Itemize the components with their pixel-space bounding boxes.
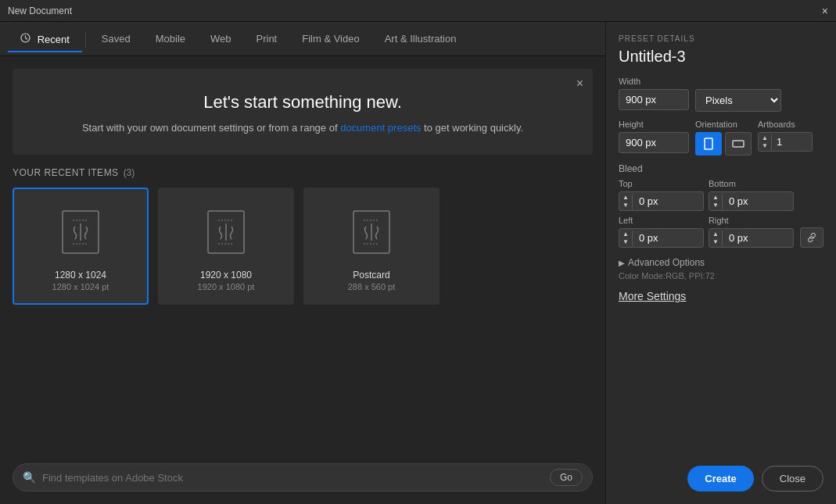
bleed-right-increment[interactable]: ▲	[709, 231, 722, 238]
footer-buttons: Create Close	[619, 466, 823, 491]
height-input[interactable]	[619, 132, 689, 153]
width-input[interactable]	[619, 89, 689, 110]
close-dialog-button[interactable]: Close	[762, 466, 823, 491]
bleed-top-increment[interactable]: ▲	[619, 194, 632, 202]
tab-art-label: Art & Illustration	[385, 33, 457, 45]
bleed-top-decrement[interactable]: ▼	[619, 202, 632, 209]
portrait-button[interactable]	[695, 132, 722, 155]
unit-label-spacer	[695, 77, 823, 86]
recent-count: (3)	[124, 167, 135, 178]
bleed-left-wrap: ▲ ▼ 0 px	[619, 228, 704, 248]
tab-recent-label: Recent	[38, 34, 70, 45]
bleed-bottom-decrement[interactable]: ▼	[709, 202, 722, 209]
recent-item-1-thumb	[195, 201, 257, 263]
orientation-label: Orientation	[695, 120, 752, 129]
tab-mobile-label: Mobile	[156, 33, 185, 45]
recent-item-1-name: 1920 x 1080	[200, 270, 252, 281]
bleed-bottom-increment[interactable]: ▲	[709, 194, 722, 202]
recent-item-0-size: 1280 x 1024 pt	[52, 282, 109, 291]
recent-section-title: YOUR RECENT ITEMS	[13, 167, 119, 178]
recent-items-list: 1280 x 1024 1280 x 1024 pt	[13, 188, 593, 305]
search-bar: 🔍 Go	[13, 463, 593, 491]
tab-separator	[85, 31, 86, 47]
tab-web-label: Web	[210, 33, 231, 45]
svg-rect-6	[705, 138, 712, 149]
artboards-label: Artboards	[758, 120, 813, 129]
bleed-right-decrement[interactable]: ▼	[709, 238, 722, 246]
artboards-increment-button[interactable]: ▲	[759, 134, 771, 142]
recent-item-1[interactable]: 1920 x 1080 1920 x 1080 pt	[158, 188, 294, 305]
banner-text-before: Start with your own document settings or…	[82, 122, 340, 134]
artboards-decrement-button[interactable]: ▼	[759, 142, 771, 150]
bleed-right-value: 0 px	[723, 229, 793, 247]
more-settings-link[interactable]: More Settings	[619, 290, 823, 302]
unit-group: Pixels Inches Centimeters Millimeters Po…	[695, 77, 823, 112]
artboards-value: 1	[772, 133, 787, 151]
artboards-group: Artboards ▲ ▼ 1	[758, 120, 813, 152]
color-mode-info: Color Mode:RGB, PPI:72	[619, 271, 823, 281]
bleed-left-spinners: ▲ ▼	[619, 231, 633, 246]
recent-items-section: YOUR RECENT ITEMS (3)	[0, 167, 605, 452]
tab-mobile[interactable]: Mobile	[143, 27, 198, 51]
svg-rect-7	[733, 141, 744, 147]
bleed-top-value: 0 px	[633, 192, 703, 210]
advanced-options-label: Advanced Options	[628, 257, 705, 268]
width-label: Width	[619, 77, 689, 86]
advanced-options-toggle[interactable]: ▶ Advanced Options	[619, 257, 823, 268]
recent-item-2-size: 288 x 560 pt	[348, 282, 396, 291]
tab-saved[interactable]: Saved	[89, 27, 143, 51]
recent-item-1-size: 1920 x 1080 pt	[198, 282, 255, 291]
bleed-bottom-value: 0 px	[723, 192, 793, 210]
tab-print[interactable]: Print	[244, 27, 290, 51]
dialog-title: New Document	[8, 5, 72, 16]
tab-saved-label: Saved	[102, 33, 131, 45]
bleed-left-decrement[interactable]: ▼	[619, 238, 632, 246]
height-orient-row: Height Orientation	[619, 120, 823, 155]
clock-icon	[20, 33, 30, 43]
height-label: Height	[619, 120, 689, 129]
recent-item-2[interactable]: Postcard 288 x 560 pt	[303, 188, 440, 305]
bleed-right-spinners: ▲ ▼	[709, 231, 723, 246]
bleed-top-group: Top ▲ ▼ 0 px	[619, 179, 704, 211]
bleed-left-value: 0 px	[633, 229, 703, 247]
artboards-input-wrap: ▲ ▼ 1	[758, 132, 813, 152]
preset-name: Untitled-3	[619, 48, 823, 66]
search-go-button[interactable]: Go	[550, 469, 583, 486]
bleed-right-label: Right	[709, 216, 794, 225]
tab-web[interactable]: Web	[198, 27, 244, 51]
right-panel: PRESET DETAILS Untitled-3 Width Pixels I…	[605, 22, 836, 504]
search-icon: 🔍	[23, 471, 36, 484]
search-input[interactable]	[42, 472, 550, 484]
unit-select[interactable]: Pixels Inches Centimeters Millimeters Po…	[695, 89, 781, 112]
landscape-button[interactable]	[725, 132, 752, 155]
bleed-bottom-wrap: ▲ ▼ 0 px	[709, 191, 794, 211]
bleed-top-label: Top	[619, 179, 704, 188]
tab-film-video[interactable]: Film & Video	[289, 27, 371, 51]
orientation-group: Orientation	[695, 120, 752, 155]
tab-film-label: Film & Video	[302, 33, 359, 45]
banner-close-button[interactable]: ×	[576, 77, 583, 91]
bleed-grid: Top ▲ ▼ 0 px Bottom	[619, 179, 794, 248]
chevron-right-icon: ▶	[619, 259, 625, 267]
document-presets-link[interactable]: document presets	[340, 122, 421, 134]
artboards-spinners: ▲ ▼	[759, 134, 772, 150]
tab-recent[interactable]: Recent	[8, 27, 82, 52]
tab-art-illustration[interactable]: Art & Illustration	[372, 27, 469, 51]
titlebar-close-button[interactable]: ×	[822, 5, 828, 17]
bleed-left-increment[interactable]: ▲	[619, 231, 632, 238]
recent-item-2-thumb	[340, 201, 403, 263]
bleed-link-button[interactable]	[800, 227, 823, 248]
bleed-right-wrap: ▲ ▼ 0 px	[709, 228, 794, 248]
bleed-bottom-spinners: ▲ ▼	[709, 194, 723, 209]
preset-details-label: PRESET DETAILS	[619, 34, 823, 43]
bleed-bottom-group: Bottom ▲ ▼ 0 px	[709, 179, 794, 211]
width-group: Width	[619, 77, 689, 110]
bleed-bottom-label: Bottom	[709, 179, 794, 188]
banner-text-after: to get working quickly.	[422, 122, 524, 134]
bleed-left-group: Left ▲ ▼ 0 px	[619, 216, 704, 248]
create-button[interactable]: Create	[687, 466, 753, 491]
bleed-top-wrap: ▲ ▼ 0 px	[619, 191, 704, 211]
tab-bar: Recent Saved Mobile Web Print Film & Vid…	[0, 22, 605, 56]
recent-item-0[interactable]: 1280 x 1024 1280 x 1024 pt	[13, 188, 149, 305]
main-layout: Recent Saved Mobile Web Print Film & Vid…	[0, 22, 836, 504]
